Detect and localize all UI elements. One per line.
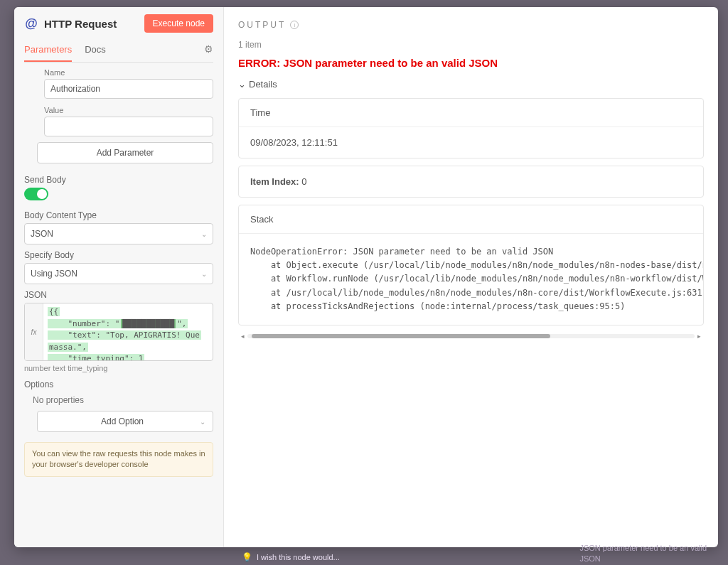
tabs-row: Parameters Docs ⚙ — [24, 40, 213, 63]
send-body-label: Send Body — [24, 175, 213, 185]
item-index-value: 0 — [301, 176, 306, 187]
add-parameter-button[interactable]: Add Parameter — [37, 142, 213, 163]
json-content[interactable]: {{ "number": "███████████", "text": "Top… — [43, 303, 213, 360]
name-input[interactable] — [44, 79, 213, 99]
chevron-down-icon: ⌄ — [201, 230, 207, 238]
parameters-panel: @ HTTP Request Execute node Parameters D… — [14, 7, 224, 547]
item-index-card: Item Index: 0 — [238, 166, 704, 198]
value-input[interactable] — [44, 117, 213, 136]
body-content-type-value: JSON — [31, 229, 53, 239]
stack-trace: NodeOperationError: JSON parameter need … — [239, 234, 703, 325]
scroll-thumb[interactable] — [252, 334, 550, 338]
feedback-footer[interactable]: 💡 I wish this node would... — [242, 552, 340, 562]
body-content-type-select[interactable]: JSON ⌄ — [24, 223, 213, 244]
chevron-down-icon: ⌄ — [201, 270, 207, 278]
item-count: 1 item — [224, 40, 718, 50]
time-value: 09/08/2023, 12:11:51 — [239, 127, 703, 158]
output-heading: OUTPUT i — [224, 20, 718, 30]
panel-body: Name Value Add Parameter Send Body Body … — [14, 63, 223, 547]
node-title: HTTP Request — [44, 18, 117, 30]
value-label: Value — [44, 106, 213, 114]
tabs: Parameters Docs — [24, 40, 106, 62]
info-icon[interactable]: i — [290, 21, 299, 29]
send-body-toggle[interactable] — [24, 188, 48, 200]
output-panel: OUTPUT i 1 item ERROR: JSON parameter ne… — [224, 7, 718, 547]
body-content-type-label: Body Content Type — [24, 210, 213, 220]
info-box: You can view the raw requests this node … — [24, 442, 213, 477]
tab-docs[interactable]: Docs — [85, 40, 106, 62]
node-editor-modal: @ HTTP Request Execute node Parameters D… — [14, 7, 718, 547]
options-label: Options — [24, 380, 213, 389]
stack-label: Stack — [239, 205, 703, 234]
specify-body-value: Using JSON — [31, 269, 77, 279]
title-left: @ HTTP Request — [24, 16, 117, 31]
error-message: ERROR: JSON parameter need to be an vali… — [224, 57, 718, 69]
chevron-down-icon: ⌄ — [238, 79, 246, 90]
specify-body-label: Specify Body — [24, 250, 213, 260]
no-properties-text: No properties — [33, 395, 213, 405]
background-error-hint: JSON parameter need to be an valid JSON — [579, 543, 707, 564]
time-card: Time 09/08/2023, 12:11:51 — [238, 98, 704, 158]
fx-gutter: fx — [25, 303, 43, 360]
chevron-down-icon: ⌄ — [200, 418, 205, 426]
tab-parameters[interactable]: Parameters — [24, 40, 72, 62]
details-toggle[interactable]: ⌄ Details — [224, 79, 718, 90]
execute-node-button[interactable]: Execute node — [144, 14, 213, 33]
scroll-right-arrow[interactable]: ▸ — [695, 333, 704, 340]
panel-header: @ HTTP Request Execute node Parameters D… — [14, 7, 223, 63]
http-node-icon: @ — [24, 16, 38, 31]
item-index-label: Item Index: — [250, 176, 299, 187]
stack-card: Stack NodeOperationError: JSON parameter… — [238, 205, 704, 325]
name-label: Name — [44, 68, 213, 77]
horizontal-scrollbar[interactable]: ◂ ▸ — [238, 333, 704, 340]
scroll-left-arrow[interactable]: ◂ — [238, 333, 247, 340]
json-label: JSON — [24, 290, 213, 300]
title-row: @ HTTP Request Execute node — [24, 14, 213, 33]
specify-body-select[interactable]: Using JSON ⌄ — [24, 263, 213, 284]
feedback-text: I wish this node would... — [257, 553, 340, 561]
lightbulb-icon: 💡 — [242, 552, 252, 562]
time-label: Time — [239, 99, 703, 127]
json-hint: number text time_typing — [24, 364, 213, 372]
json-editor[interactable]: fx {{ "number": "███████████", "text": "… — [24, 303, 213, 361]
gear-icon[interactable]: ⚙ — [204, 43, 213, 59]
scroll-track[interactable] — [247, 334, 695, 338]
add-option-button[interactable]: Add Option ⌄ — [37, 411, 213, 432]
